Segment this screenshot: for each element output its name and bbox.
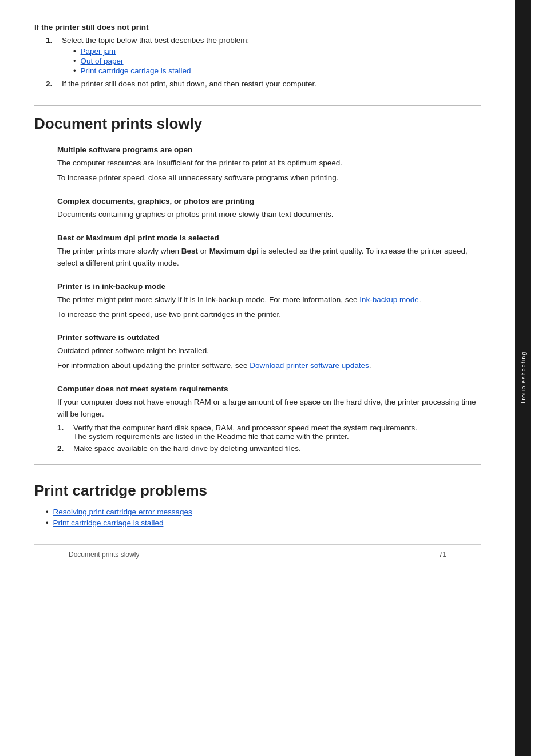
list-item: • Out of paper xyxy=(73,57,249,65)
subsection-heading-software-outdated: Printer software is outdated xyxy=(57,333,481,342)
system-req-step-1: 1. Verify that the computer hard disk sp… xyxy=(57,423,481,441)
print-cartridge-carriage-link-1[interactable]: Print cartridge carriage is stalled xyxy=(81,66,191,75)
print-cartridge-problems-section: Print cartridge problems • Resolving pri… xyxy=(34,482,481,527)
list-item: • Paper jam xyxy=(73,47,249,56)
intro-step-2: 2. If the printer still does not print, … xyxy=(34,80,481,88)
ink-backup-mode-link[interactable]: Ink-backup mode xyxy=(359,295,419,304)
subsection-best-dpi: Best or Maximum dpi print mode is select… xyxy=(34,233,481,270)
bullet-icon: • xyxy=(73,47,76,56)
bullet-icon: • xyxy=(73,57,76,65)
subsection-heading-multiple-software: Multiple software programs are open xyxy=(57,145,481,154)
section-title-document-prints-slowly: Document prints slowly xyxy=(34,115,481,133)
software-update-text-before: For information about updating the print… xyxy=(57,361,250,370)
subsection-heading-system-req: Computer does not meet system requiremen… xyxy=(57,385,481,393)
ink-backup-text-after: . xyxy=(419,295,421,304)
print-cartridge-bullet-list: • Resolving print cartridge error messag… xyxy=(34,508,481,527)
ink-backup-para1: The printer might print more slowly if i… xyxy=(57,294,481,306)
step-1-sub: The system requirements are listed in th… xyxy=(73,432,349,441)
subsection-ink-backup: Printer is in ink-backup mode The printe… xyxy=(34,282,481,321)
software-outdated-para1: Outdated printer software might be insta… xyxy=(57,345,481,357)
subsection-heading-ink-backup: Printer is in ink-backup mode xyxy=(57,282,481,291)
list-item: • Resolving print cartridge error messag… xyxy=(46,508,481,516)
footer-page-number: 71 xyxy=(439,551,446,559)
out-of-paper-link[interactable]: Out of paper xyxy=(81,57,124,65)
ink-backup-text-before: The printer might print more slowly if i… xyxy=(57,295,359,304)
paper-jam-link[interactable]: Paper jam xyxy=(81,47,116,56)
step1-label: 1. xyxy=(46,36,62,45)
software-outdated-para2: For information about updating the print… xyxy=(57,360,481,372)
intro-heading: If the printer still does not print xyxy=(34,23,481,31)
multiple-software-para1: The computer resources are insufficient … xyxy=(57,157,481,169)
system-req-step-2: 2. Make space available on the hard driv… xyxy=(57,444,481,453)
bullet-icon: • xyxy=(73,66,76,75)
step2-label: 2. xyxy=(46,80,62,88)
print-cartridge-carriage-link-2[interactable]: Print cartridge carriage is stalled xyxy=(53,518,164,527)
bullet-icon: • xyxy=(46,518,49,527)
document-prints-slowly-section: Document prints slowly Multiple software… xyxy=(34,115,481,453)
bullet-sublist: • Paper jam • Out of paper • Print cartr… xyxy=(62,47,249,75)
step1-text: Select the topic below that best describ… xyxy=(62,36,249,45)
page-footer: Document prints slowly 71 xyxy=(34,544,481,564)
divider xyxy=(34,105,481,106)
step-num-1: 1. xyxy=(57,423,73,432)
list-item: • Print cartridge carriage is stalled xyxy=(73,66,249,75)
bullet-icon: • xyxy=(46,508,49,516)
intro-section: If the printer still does not print 1. S… xyxy=(34,23,481,88)
step-2-main: Make space available on the hard drive b… xyxy=(73,444,301,453)
intro-numbered-list: 1. Select the topic below that best desc… xyxy=(34,36,481,88)
step-1-content: Verify that the computer hard disk space… xyxy=(73,423,481,441)
best-dpi-para1: The printer prints more slowly when Best… xyxy=(57,246,481,270)
software-update-text-after: . xyxy=(369,361,371,370)
divider-2 xyxy=(34,464,481,465)
subsection-complex-documents: Complex documents, graphics, or photos a… xyxy=(34,197,481,221)
footer-left-text: Document prints slowly xyxy=(69,551,439,559)
subsection-system-requirements: Computer does not meet system requiremen… xyxy=(34,385,481,453)
subsection-heading-best-dpi: Best or Maximum dpi print mode is select… xyxy=(57,233,481,242)
complex-docs-para1: Documents containing graphics or photos … xyxy=(57,209,481,221)
subsection-multiple-software: Multiple software programs are open The … xyxy=(34,145,481,184)
subsection-software-outdated: Printer software is outdated Outdated pr… xyxy=(34,333,481,372)
step-1-main: Verify that the computer hard disk space… xyxy=(73,423,417,432)
step2-text: If the printer still does not print, shu… xyxy=(62,80,316,88)
download-printer-software-link[interactable]: Download printer software updates xyxy=(250,361,369,370)
step-num-2: 2. xyxy=(57,444,73,453)
ink-backup-para2: To increase the print speed, use two pri… xyxy=(57,309,481,321)
section-title-print-cartridge: Print cartridge problems xyxy=(34,482,481,500)
step1-content: Select the topic below that best describ… xyxy=(62,36,249,76)
best-bold: Best xyxy=(181,247,198,255)
side-tab-label: Troubleshooting xyxy=(520,351,527,405)
intro-step-1: 1. Select the topic below that best desc… xyxy=(34,36,481,76)
max-dpi-bold: Maximum dpi xyxy=(209,247,259,255)
resolving-print-cartridge-link[interactable]: Resolving print cartridge error messages xyxy=(53,508,192,516)
side-tab-troubleshooting: Troubleshooting xyxy=(515,0,531,756)
subsection-heading-complex-docs: Complex documents, graphics, or photos a… xyxy=(57,197,481,205)
list-item: • Print cartridge carriage is stalled xyxy=(46,518,481,527)
system-req-steps: 1. Verify that the computer hard disk sp… xyxy=(57,423,481,453)
multiple-software-para2: To increase printer speed, close all unn… xyxy=(57,172,481,184)
system-req-para1: If your computer does not have enough RA… xyxy=(57,397,481,421)
step-2-content: Make space available on the hard drive b… xyxy=(73,444,481,453)
